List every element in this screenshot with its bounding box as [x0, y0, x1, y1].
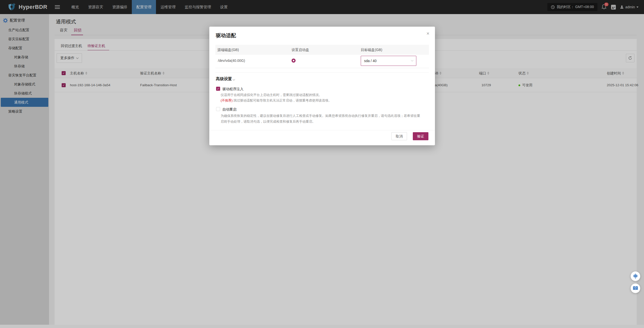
chatbot-assistant-button[interactable]: A — [631, 271, 640, 281]
advanced-settings-toggle[interactable]: 高级设置 — [216, 76, 235, 82]
boot-disk-radio[interactable] — [292, 59, 296, 63]
not-recommended-tag: (不推荐) — [221, 99, 233, 102]
modal-table-header — [215, 45, 429, 55]
close-icon[interactable]: × — [426, 31, 429, 36]
robot-icon: A — [633, 273, 638, 279]
documentation-button[interactable] — [631, 284, 640, 293]
driver-injection-label[interactable]: 驱动程序注入 — [222, 87, 244, 91]
modal-row-divider — [215, 68, 429, 68]
auto-restart-help: 为确保系统恢复的稳定性，建议在驱动修复后进行人工检查或手动修复。如果您希望系统自… — [221, 113, 422, 124]
modal-cell-source-disk: /dev/vda(40.00G) — [218, 53, 245, 68]
cancel-button[interactable]: 取消 — [391, 132, 407, 140]
driver-injection-checkbox[interactable]: ✓ — [216, 87, 220, 91]
chevron-down-icon — [411, 59, 414, 62]
modal-column-target-disk: 目标磁盘(GB) — [361, 45, 382, 55]
driver-injection-warning: (不推荐) 跳过驱动适配可能导致主机无法正常启动，请慎重考虑使用该选项。 — [221, 98, 332, 103]
modal-footer-divider — [209, 130, 435, 130]
chevron-down-icon — [233, 78, 235, 81]
modal-column-boot-disk: 设置启动盘 — [292, 45, 309, 55]
verify-button[interactable]: 验证 — [413, 132, 428, 140]
target-disk-select[interactable]: sda / 40 — [361, 56, 416, 66]
modal-section-divider — [215, 72, 429, 73]
modal-title: 驱动适配 — [216, 32, 236, 39]
book-icon — [633, 286, 638, 291]
auto-restart-checkbox[interactable] — [216, 107, 220, 111]
svg-text:A: A — [635, 278, 636, 279]
warning-text: 跳过驱动适配可能导致主机无法正常启动，请慎重考虑使用该选项。 — [233, 99, 332, 102]
target-disk-value: sda / 40 — [364, 59, 377, 63]
horizontal-scrollbar[interactable] — [0, 325, 644, 328]
auto-restart-label[interactable]: 自动重启 — [222, 107, 236, 112]
app-root: HyperBDR 概览 资源容灾 资源编排 配置管理 运维管理 监控与报警管理 … — [0, 0, 644, 328]
driver-adaptation-modal: 驱动适配 × 源端磁盘(GB) 设置启动盘 目标磁盘(GB) /dev/vda(… — [209, 27, 435, 145]
driver-injection-help: 仅适用于在相同虚拟化平台上启动主机时，需要跳过驱动适配的情况。 — [221, 93, 322, 97]
